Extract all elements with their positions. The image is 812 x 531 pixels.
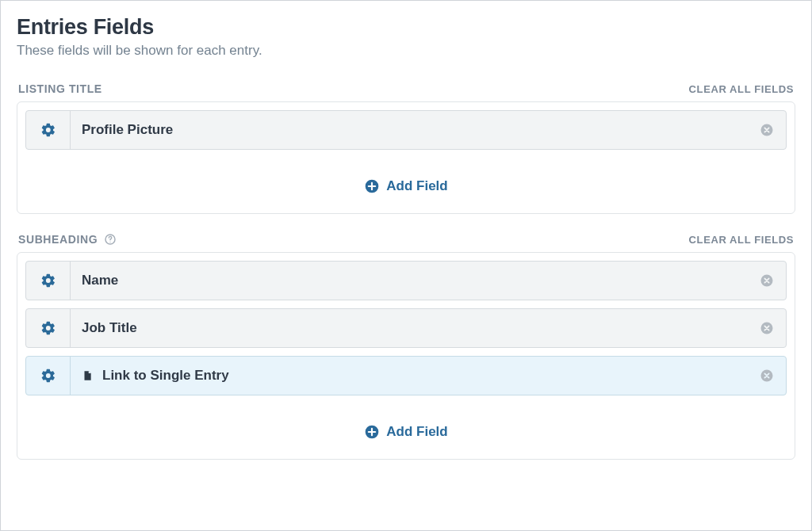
field-settings-button[interactable] [26,357,71,395]
entries-fields-page: Entries Fields These fields will be show… [0,0,812,531]
subheading-header: SUBHEADING CLEAR ALL FIELDS [17,233,795,246]
field-label: Name [71,273,748,288]
close-icon [760,321,774,335]
close-icon [760,273,774,288]
listing-title-panel: Profile Picture Add Field [17,101,795,214]
listing-title-label: LISTING TITLE [18,82,102,95]
add-field-button[interactable]: Add Field [25,403,787,451]
page-subtitle: These fields will be shown for each entr… [17,43,795,59]
add-field-label: Add Field [386,178,447,194]
page-title: Entries Fields [17,15,795,40]
remove-field-button[interactable] [748,309,786,347]
field-label-text: Name [82,273,118,288]
gear-icon [40,368,56,384]
remove-field-button[interactable] [748,262,786,300]
field-label-text: Profile Picture [82,122,173,138]
listing-title-header: LISTING TITLE CLEAR ALL FIELDS [17,82,795,95]
field-label-text: Job Title [82,320,137,336]
field-settings-button[interactable] [26,309,71,347]
clear-all-fields-subheading[interactable]: CLEAR ALL FIELDS [689,234,794,246]
subheading-panel: Name Job Title [17,252,795,460]
add-field-label: Add Field [386,424,447,440]
field-row[interactable]: Name [25,261,787,300]
file-icon [82,368,94,384]
help-icon[interactable] [104,233,117,246]
remove-field-button[interactable] [748,357,786,395]
svg-point-3 [109,242,110,243]
field-label: Link to Single Entry [71,368,748,384]
plus-circle-icon [364,178,380,194]
plus-circle-icon [364,424,380,440]
close-icon [760,123,774,137]
subheading-label: SUBHEADING [18,233,98,246]
gear-icon [40,273,56,288]
gear-icon [40,320,56,336]
field-label-text: Link to Single Entry [102,368,229,384]
remove-field-button[interactable] [748,111,786,149]
gear-icon [40,122,56,138]
field-settings-button[interactable] [26,262,71,300]
field-row[interactable]: Profile Picture [25,110,787,150]
field-label: Profile Picture [71,122,748,138]
field-label: Job Title [71,320,748,336]
field-settings-button[interactable] [26,111,71,149]
add-field-button[interactable]: Add Field [25,158,787,205]
field-row[interactable]: Job Title [25,308,787,348]
close-icon [760,369,774,383]
field-row[interactable]: Link to Single Entry [25,356,787,395]
clear-all-fields-listing-title[interactable]: CLEAR ALL FIELDS [689,83,794,95]
